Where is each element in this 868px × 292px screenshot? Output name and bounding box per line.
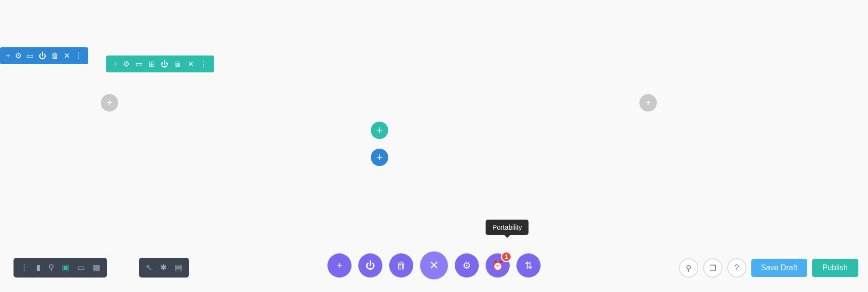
desktop-icon[interactable]: ▣ bbox=[62, 263, 69, 273]
power-icon-blue[interactable]: ⏻ bbox=[39, 52, 46, 60]
toolbar-teal: + ⚙ ▭ ⊞ ⏻ 🗑 ✕ ⋮ bbox=[106, 56, 214, 72]
adjust-action-button[interactable]: ⇅ bbox=[516, 253, 541, 278]
cursor-icon[interactable]: ↖ bbox=[146, 263, 152, 273]
columns-icon-teal[interactable]: ⊞ bbox=[149, 59, 155, 69]
plus-icon-teal[interactable]: + bbox=[113, 60, 117, 69]
portability-action-button[interactable]: ⏰ 1 bbox=[486, 253, 510, 278]
close-icon-blue[interactable]: ✕ bbox=[64, 51, 70, 60]
close-action-button[interactable]: ✕ bbox=[420, 251, 448, 279]
copy-icon-teal[interactable]: ▭ bbox=[136, 59, 143, 69]
trash-action-button[interactable]: 🗑 bbox=[389, 253, 413, 278]
power-action-button[interactable]: ⏻ bbox=[358, 253, 382, 278]
portability-badge: 1 bbox=[501, 251, 512, 262]
add-action-button[interactable]: + bbox=[327, 253, 352, 278]
add-module-button-blue[interactable]: + bbox=[371, 149, 388, 166]
help-button[interactable]: ? bbox=[727, 258, 746, 278]
portability-tooltip-text: Portability bbox=[492, 223, 522, 231]
add-row-button-teal[interactable]: + bbox=[371, 122, 388, 139]
power-icon-teal[interactable]: ⏻ bbox=[161, 60, 168, 69]
portability-wrapper: Portability ⏰ 1 bbox=[486, 253, 510, 278]
portability-tooltip: Portability bbox=[486, 220, 529, 235]
mobile-icon[interactable]: ▩ bbox=[93, 263, 100, 273]
publish-button[interactable]: Publish bbox=[812, 259, 858, 277]
more-icon-blue[interactable]: ⋮ bbox=[75, 51, 82, 60]
bottom-toolbar-left: ⋮ ▮ ⚲ ▣ ▭ ▩ bbox=[14, 258, 107, 278]
toolbar-blue: + ⚙ ▭ ⏻ 🗑 ✕ ⋮ bbox=[0, 47, 88, 64]
gear-icon-teal[interactable]: ⚙ bbox=[123, 59, 130, 69]
bottom-center-actions: + ⏻ 🗑 ✕ ⚙ Portability ⏰ 1 ⇅ bbox=[327, 251, 541, 279]
grid-icon-left[interactable]: ▮ bbox=[36, 263, 41, 273]
search-icon-left[interactable]: ⚲ bbox=[48, 263, 54, 273]
search-button-right[interactable]: ⚲ bbox=[679, 258, 698, 278]
trash-icon-teal[interactable]: 🗑 bbox=[174, 60, 182, 69]
plus-icon-blue[interactable]: + bbox=[6, 52, 10, 60]
menu-icon[interactable]: ⋮ bbox=[20, 263, 28, 273]
close-icon-teal[interactable]: ✕ bbox=[188, 59, 194, 69]
bottom-toolbar-second: ↖ ✱ ▤ bbox=[139, 258, 189, 278]
copy-icon-blue[interactable]: ▭ bbox=[27, 51, 34, 60]
gear-icon-blue[interactable]: ⚙ bbox=[15, 51, 22, 60]
bottom-right-actions: ⚲ ❐ ? Save Draft Publish bbox=[679, 258, 858, 278]
trash-icon-blue[interactable]: 🗑 bbox=[51, 52, 59, 60]
save-draft-button[interactable]: Save Draft bbox=[751, 259, 807, 277]
settings-action-button[interactable]: ⚙ bbox=[455, 253, 479, 278]
more-icon-teal[interactable]: ⋮ bbox=[200, 59, 207, 69]
highlight-icon[interactable]: ✱ bbox=[160, 263, 167, 273]
add-section-button-right[interactable]: + bbox=[639, 94, 657, 111]
tablet-icon[interactable]: ▭ bbox=[77, 263, 85, 273]
layers-button[interactable]: ❐ bbox=[703, 258, 722, 278]
grid-icon-second[interactable]: ▤ bbox=[175, 263, 182, 273]
add-section-button-left[interactable]: + bbox=[101, 94, 118, 111]
